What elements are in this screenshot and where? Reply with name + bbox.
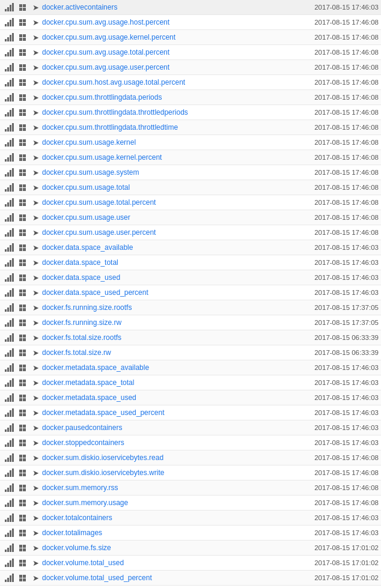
metric-name[interactable]: docker.sum.memory.usage: [42, 499, 294, 507]
metric-name[interactable]: docker.metadata.space_total: [42, 378, 294, 387]
metric-name[interactable]: docker.cpu.sum.usage.total.percent: [42, 198, 294, 207]
grid-icon[interactable]: [16, 19, 29, 26]
arrow-icon[interactable]: ➤: [29, 273, 42, 282]
arrow-icon[interactable]: ➤: [29, 544, 42, 553]
arrow-icon[interactable]: ➤: [29, 48, 42, 57]
arrow-icon[interactable]: ➤: [29, 423, 42, 432]
arrow-icon[interactable]: ➤: [29, 348, 42, 357]
grid-icon[interactable]: [16, 365, 29, 371]
bar-chart-icon[interactable]: [2, 93, 16, 102]
arrow-icon[interactable]: ➤: [29, 483, 42, 493]
bar-chart-icon[interactable]: [2, 198, 16, 207]
grid-icon[interactable]: [16, 169, 29, 176]
metric-name[interactable]: docker.sum.memory.rss: [42, 483, 294, 492]
arrow-icon[interactable]: ➤: [29, 393, 42, 402]
bar-chart-icon[interactable]: [2, 378, 16, 387]
metric-name[interactable]: docker.volume.total_used: [42, 559, 294, 567]
arrow-icon[interactable]: ➤: [29, 168, 42, 177]
bar-chart-icon[interactable]: [2, 574, 16, 582]
grid-icon[interactable]: [16, 350, 29, 356]
bar-chart-icon[interactable]: [2, 363, 16, 372]
grid-icon[interactable]: [16, 154, 29, 161]
bar-chart-icon[interactable]: [2, 408, 16, 417]
bar-chart-icon[interactable]: [2, 123, 16, 132]
grid-icon[interactable]: [16, 425, 29, 431]
bar-chart-icon[interactable]: [2, 393, 16, 402]
arrow-icon[interactable]: ➤: [29, 3, 42, 12]
grid-icon[interactable]: [16, 485, 29, 491]
arrow-icon[interactable]: ➤: [29, 288, 42, 297]
arrow-icon[interactable]: ➤: [29, 93, 42, 102]
arrow-icon[interactable]: ➤: [29, 363, 42, 372]
grid-icon[interactable]: [16, 395, 29, 401]
metric-name[interactable]: docker.cpu.sum.usage.kernel.percent: [42, 153, 294, 162]
grid-icon[interactable]: [16, 530, 29, 536]
grid-icon[interactable]: [16, 545, 29, 551]
grid-icon[interactable]: [16, 4, 29, 11]
metric-name[interactable]: docker.sum.diskio.ioservicebytes.write: [42, 468, 294, 477]
bar-chart-icon[interactable]: [2, 288, 16, 297]
bar-chart-icon[interactable]: [2, 63, 16, 71]
grid-icon[interactable]: [16, 380, 29, 386]
metric-name[interactable]: docker.cpu.sum.usage.user.percent: [42, 228, 294, 237]
grid-icon[interactable]: [16, 139, 29, 146]
bar-chart-icon[interactable]: [2, 499, 16, 507]
arrow-icon[interactable]: ➤: [29, 183, 42, 192]
arrow-icon[interactable]: ➤: [29, 408, 42, 417]
metric-name[interactable]: docker.stoppedcontainers: [42, 438, 294, 447]
arrow-icon[interactable]: ➤: [29, 318, 42, 327]
grid-icon[interactable]: [16, 124, 29, 131]
metric-name[interactable]: docker.data.space_total: [42, 258, 294, 267]
arrow-icon[interactable]: ➤: [29, 243, 42, 252]
metric-name[interactable]: docker.fs.running.size.rw: [42, 318, 294, 327]
bar-chart-icon[interactable]: [2, 258, 16, 267]
metric-name[interactable]: docker.volume.total_used_percent: [42, 574, 294, 582]
bar-chart-icon[interactable]: [2, 348, 16, 357]
metric-name[interactable]: docker.cpu.sum.host.avg.usage.total.perc…: [42, 78, 294, 86]
bar-chart-icon[interactable]: [2, 438, 16, 447]
grid-icon[interactable]: [16, 320, 29, 326]
grid-icon[interactable]: [16, 214, 29, 221]
grid-icon[interactable]: [16, 305, 29, 311]
bar-chart-icon[interactable]: [2, 544, 16, 552]
arrow-icon[interactable]: ➤: [29, 228, 42, 237]
metric-name[interactable]: docker.totalcontainers: [42, 514, 294, 522]
metric-name[interactable]: docker.data.space_used: [42, 273, 294, 282]
grid-icon[interactable]: [16, 455, 29, 461]
arrow-icon[interactable]: ➤: [29, 559, 42, 568]
metric-name[interactable]: docker.fs.total.size.rootfs: [42, 333, 294, 342]
grid-icon[interactable]: [16, 560, 29, 566]
bar-chart-icon[interactable]: [2, 273, 16, 282]
bar-chart-icon[interactable]: [2, 514, 16, 522]
arrow-icon[interactable]: ➤: [29, 574, 42, 583]
grid-icon[interactable]: [16, 34, 29, 41]
metric-name[interactable]: docker.cpu.sum.throttlingdata.throttledt…: [42, 123, 294, 132]
grid-icon[interactable]: [16, 199, 29, 206]
grid-icon[interactable]: [16, 410, 29, 416]
grid-icon[interactable]: [16, 79, 29, 86]
bar-chart-icon[interactable]: [2, 529, 16, 537]
metric-name[interactable]: docker.metadata.space_available: [42, 363, 294, 372]
grid-icon[interactable]: [16, 575, 29, 581]
grid-icon[interactable]: [16, 470, 29, 476]
metric-name[interactable]: docker.data.space_used_percent: [42, 288, 294, 297]
grid-icon[interactable]: [16, 515, 29, 521]
bar-chart-icon[interactable]: [2, 303, 16, 312]
grid-icon[interactable]: [16, 289, 29, 296]
bar-chart-icon[interactable]: [2, 48, 16, 56]
metric-name[interactable]: docker.cpu.sum.throttlingdata.throttledp…: [42, 108, 294, 117]
grid-icon[interactable]: [16, 49, 29, 56]
grid-icon[interactable]: [16, 109, 29, 116]
arrow-icon[interactable]: ➤: [29, 378, 42, 387]
arrow-icon[interactable]: ➤: [29, 303, 42, 312]
bar-chart-icon[interactable]: [2, 228, 16, 237]
grid-icon[interactable]: [16, 184, 29, 191]
bar-chart-icon[interactable]: [2, 483, 16, 492]
grid-icon[interactable]: [16, 500, 29, 506]
grid-icon[interactable]: [16, 64, 29, 71]
arrow-icon[interactable]: ➤: [29, 108, 42, 117]
grid-icon[interactable]: [16, 229, 29, 236]
metric-name[interactable]: docker.cpu.sum.avg.usage.user.percent: [42, 63, 294, 71]
grid-icon[interactable]: [16, 244, 29, 251]
metric-name[interactable]: docker.pausedcontainers: [42, 423, 294, 432]
